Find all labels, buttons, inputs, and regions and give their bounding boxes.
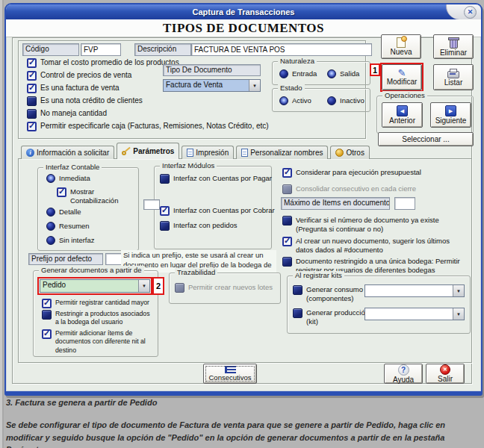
flag-row[interactable]: Permitir especificarle caja (Facturas, R… <box>27 122 363 131</box>
checkbox[interactable] <box>282 168 292 178</box>
radio-row[interactable]: Inactivo <box>327 96 364 105</box>
radio-row[interactable]: Salida <box>327 69 359 78</box>
checkbox[interactable] <box>160 174 170 184</box>
tab-parametros[interactable]: Parámetros <box>117 143 179 159</box>
ayuda-button[interactable]: Ayuda <box>384 364 423 384</box>
flag-row[interactable]: Considerar para ejecución presupuestal <box>282 168 421 178</box>
radio-row[interactable]: Inmediata <box>46 174 90 183</box>
radio[interactable] <box>327 69 336 78</box>
flag-row[interactable]: Interfaz con Cuentas por Pagar <box>160 174 272 184</box>
checkbox[interactable] <box>27 122 37 131</box>
checkbox[interactable] <box>282 184 292 194</box>
checkbox-label: Permitir registrar cantidad mayor <box>55 299 149 307</box>
checkbox[interactable] <box>282 216 292 225</box>
tipo-documento-value: Factura de Venta <box>164 80 249 91</box>
consecutivos-label: Consecutivos <box>208 374 251 382</box>
checkbox[interactable] <box>57 187 66 197</box>
chevron-down-icon[interactable] <box>138 280 149 292</box>
checkbox-label: Interfaz con Cuentas por Pagar <box>173 174 272 183</box>
checkbox[interactable] <box>27 96 37 106</box>
tab-label: Personalizar nombres <box>250 149 323 157</box>
flag-row[interactable]: Interfaz con pedidos <box>160 221 238 231</box>
radio-row[interactable]: Detalle <box>46 208 81 217</box>
checkbox[interactable] <box>42 329 52 339</box>
radio-row[interactable]: Activo <box>279 96 311 105</box>
radio-row[interactable]: Sin interfaz <box>46 236 95 245</box>
radio[interactable] <box>279 69 288 78</box>
keys-icon <box>122 147 131 155</box>
consumo-value <box>365 285 453 296</box>
window-title: Captura de Transacciones <box>6 4 481 19</box>
chevron-down-icon[interactable] <box>453 308 464 320</box>
window-titlebar[interactable]: Captura de Transacciones <box>6 4 481 19</box>
maximo-items-input[interactable] <box>394 197 415 210</box>
consumo-select[interactable] <box>364 284 465 297</box>
flag-row[interactable]: Permitir crear nuevos lotes <box>175 283 273 293</box>
flag-row[interactable]: Generar consumo (componentes) <box>293 285 372 303</box>
tab-informacion-a-solicitar[interactable]: Información a solicitar <box>21 146 114 159</box>
tipo-documento-select[interactable]: Factura de Venta <box>163 79 261 92</box>
radio[interactable] <box>327 96 336 105</box>
maximo-items-label: Máximo de Items en documento <box>281 197 390 210</box>
flag-row[interactable]: Al crear un nuevo documento, sugerir los… <box>282 237 466 255</box>
chevron-down-icon[interactable] <box>453 285 464 296</box>
checkbox-label: No maneja cantidad <box>40 109 107 119</box>
flag-row[interactable]: Permitir adicionar ítems de documentos c… <box>42 329 154 355</box>
checkbox[interactable] <box>27 84 37 93</box>
flag-row[interactable]: Restringir a productos asociados a la bo… <box>42 310 154 327</box>
descripcion-input[interactable] <box>191 43 372 56</box>
checkbox[interactable] <box>42 310 52 320</box>
tab-otros[interactable]: Otros <box>330 146 369 159</box>
checkbox[interactable] <box>175 283 184 293</box>
radio[interactable] <box>46 208 55 217</box>
chevron-down-icon[interactable] <box>249 80 260 91</box>
produccion-select[interactable] <box>364 308 465 320</box>
consecutivos-button[interactable]: Consecutivos <box>203 364 257 384</box>
flag-row[interactable]: Mostrar Contabilización <box>57 187 131 205</box>
checkbox[interactable] <box>160 221 170 231</box>
salir-button[interactable]: Salir <box>426 364 465 384</box>
checkbox[interactable] <box>160 206 170 216</box>
interfaz-modulos-title: Interfaz Módulos <box>160 161 217 170</box>
siguiente-button[interactable]: Siguiente <box>430 102 471 128</box>
generar-desde-select[interactable]: Pedido <box>40 279 150 293</box>
checkbox[interactable] <box>293 285 302 295</box>
tab-impresion[interactable]: Impresión <box>182 146 234 159</box>
modificar-label: Modificar <box>387 78 418 86</box>
flag-row[interactable]: Verificar si el número de documento ya e… <box>282 216 454 234</box>
tab-label: Información a solicitar <box>37 149 109 157</box>
checkbox[interactable] <box>282 237 292 246</box>
checkbox[interactable] <box>282 257 292 267</box>
close-icon[interactable] <box>464 6 477 19</box>
checkbox[interactable] <box>42 299 52 308</box>
radio[interactable] <box>279 96 288 105</box>
checkbox[interactable] <box>27 109 37 119</box>
tab-personalizar-nombres[interactable]: Personalizar nombres <box>236 146 328 159</box>
nueva-button[interactable]: Nueva <box>381 34 421 59</box>
radio-row[interactable]: Resumen <box>46 222 90 231</box>
checkbox[interactable] <box>27 71 37 81</box>
seleccionar-button[interactable]: Seleccionar ... <box>378 132 474 146</box>
listar-label: Listar <box>444 79 462 87</box>
trash-icon <box>450 40 458 49</box>
codigo-input[interactable] <box>81 43 121 56</box>
radio[interactable] <box>46 222 55 231</box>
flag-row[interactable]: Consolidar consecutivo en cada cierre <box>282 184 416 194</box>
modificar-button[interactable]: Modificar <box>382 64 422 90</box>
radio[interactable] <box>46 236 55 245</box>
checkbox[interactable] <box>27 58 37 68</box>
small-blank-field[interactable] <box>143 199 160 210</box>
flag-row[interactable]: Permitir registrar cantidad mayor <box>42 299 149 308</box>
radio-label: Inmediata <box>59 174 90 183</box>
anterior-button[interactable]: Anterior <box>382 102 423 128</box>
radio[interactable] <box>46 174 55 183</box>
radio-row[interactable]: Entrada <box>279 69 317 78</box>
caption-body: Se debe configurar el tipo de documento … <box>6 419 480 448</box>
radio-label: Salida <box>340 69 359 78</box>
radio-label: Detalle <box>59 208 81 217</box>
eliminar-button[interactable]: Eliminar <box>433 34 474 59</box>
checkbox[interactable] <box>293 308 302 318</box>
flag-row[interactable]: Interfaz con Cuentas por Cobrar <box>160 206 275 216</box>
flag-row[interactable]: Generar producción (kit) <box>293 308 372 326</box>
listar-button[interactable]: Listar <box>433 64 474 90</box>
